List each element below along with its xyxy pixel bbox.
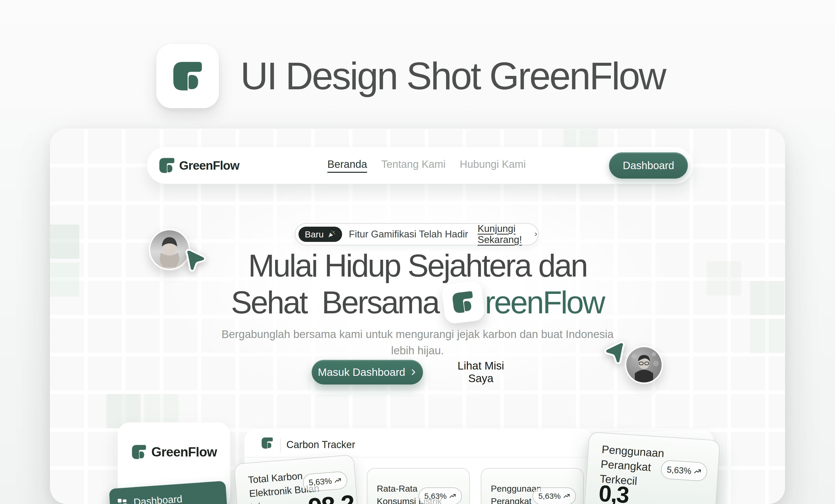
greenflow-logo-icon bbox=[261, 437, 273, 449]
hero-subtitle-line1: Bergabunglah bersama kami untuk menguran… bbox=[50, 326, 785, 342]
hero-logo-icon bbox=[441, 280, 486, 324]
hero-heading-line2-text: Sehat Bersama bbox=[231, 284, 439, 320]
trending-up-icon bbox=[563, 493, 570, 500]
new-badge: Baru bbox=[299, 227, 342, 242]
stat-value: 0,3 kWh/hari bbox=[596, 480, 717, 504]
new-badge-label: Baru bbox=[305, 229, 324, 239]
stat-badge-value: 5,63% bbox=[308, 476, 332, 487]
hero-subtitle-line2: lebih hijau. bbox=[50, 342, 785, 359]
preview-sidebar-brand: GreenFlow bbox=[131, 444, 217, 460]
stat-card-perangkat-terbesar: Penggunaan Perangkat Terbesar 5,63% bbox=[481, 468, 584, 504]
navbar-dashboard-button[interactable]: Dashboard bbox=[609, 152, 688, 178]
landing-canvas: GreenFlow Beranda Tentang Kami Hubungi K… bbox=[50, 129, 785, 504]
dashboard-grid-icon bbox=[117, 498, 128, 504]
avatar-right bbox=[625, 345, 663, 384]
trending-up-icon bbox=[694, 468, 701, 476]
nav-link-beranda[interactable]: Beranda bbox=[327, 159, 367, 173]
stat-badge: 5,63% bbox=[419, 487, 462, 504]
greenflow-logo-icon bbox=[172, 61, 203, 92]
party-popper-icon bbox=[327, 230, 336, 239]
header-divider bbox=[280, 438, 281, 452]
navbar: GreenFlow Beranda Tentang Kami Hubungi K… bbox=[147, 147, 693, 184]
lihat-misi-saya-button[interactable]: Lihat Misi Saya bbox=[444, 360, 517, 384]
preview-sidebar-brand-label: GreenFlow bbox=[151, 444, 217, 460]
announcement-link[interactable]: Kunjungi Sekarang! bbox=[478, 223, 527, 245]
page-title: UI Design Shot GreenFlow bbox=[240, 44, 665, 108]
hero-heading-brand: reenFlow bbox=[485, 284, 604, 320]
stat-badge: 5,63% bbox=[302, 471, 348, 492]
navbar-brand[interactable]: GreenFlow bbox=[159, 147, 239, 184]
hero-subtitle: Bergabunglah bersama kami untuk menguran… bbox=[50, 326, 785, 359]
stat-badge: 5,63% bbox=[660, 460, 708, 481]
stat-badge-value: 5,63% bbox=[424, 492, 447, 501]
masuk-dashboard-label: Masuk Dashboard bbox=[318, 366, 405, 378]
greenflow-app-icon bbox=[156, 44, 219, 108]
collab-cursor-left-icon bbox=[183, 249, 206, 272]
trending-up-icon bbox=[334, 477, 342, 484]
nav-link-tentang-kami[interactable]: Tentang Kami bbox=[381, 159, 446, 173]
collab-cursor-right-icon bbox=[604, 341, 627, 364]
hero-heading-line2: Sehat Bersama reenFlow bbox=[50, 280, 785, 324]
panel-title: Carbon Tracker bbox=[286, 439, 355, 450]
greenflow-logo-icon bbox=[159, 157, 175, 174]
stat-card-konsumsi-listrik: Rata-Rata Konsumsi Listrik Harian 5,63% bbox=[367, 468, 470, 504]
stat-badge-value: 5,63% bbox=[667, 465, 692, 476]
panel-rule bbox=[244, 457, 593, 458]
nav-link-hubungi-kami[interactable]: Hubungi Kami bbox=[460, 159, 526, 173]
arrow-right-icon bbox=[410, 369, 417, 376]
navbar-brand-label: GreenFlow bbox=[179, 159, 239, 172]
stat-badge-value: 5,63% bbox=[538, 492, 561, 501]
sidebar-item-dashboard-label: Dashboard bbox=[133, 493, 183, 504]
stat-card-perangkat-terkecil: Penggunaan Perangkat Terkecil 5,63% 0,3 … bbox=[583, 432, 720, 504]
masuk-dashboard-button[interactable]: Masuk Dashboard bbox=[312, 360, 423, 384]
stat-badge: 5,63% bbox=[533, 487, 576, 504]
chevron-right-icon bbox=[534, 230, 538, 238]
page: UI Design Shot GreenFlow GreenFlow Beran… bbox=[0, 0, 835, 504]
announcement-text: Fitur Gamifikasi Telah Hadir bbox=[349, 229, 471, 240]
trending-up-icon bbox=[449, 493, 456, 500]
navbar-links: Beranda Tentang Kami Hubungi Kami bbox=[327, 147, 526, 184]
announcement-pill[interactable]: Baru Fitur Gamifikasi Telah Hadir Kunjun… bbox=[295, 223, 538, 245]
greenflow-logo-icon bbox=[131, 444, 147, 460]
